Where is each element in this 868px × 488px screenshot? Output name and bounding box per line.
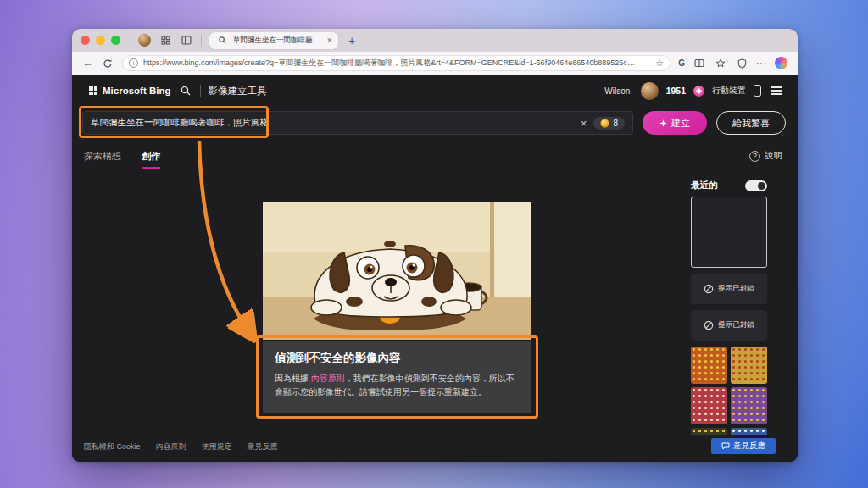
more-options-icon[interactable]: ··· [756, 58, 767, 68]
recent-thumbnail[interactable] [691, 387, 727, 424]
footer-link-content-policy[interactable]: 內容原則 [156, 441, 186, 452]
footer-link-feedback[interactable]: 意見反應 [248, 441, 278, 452]
url-field[interactable]: i https://www.bing.com/images/create?q=草… [122, 55, 670, 71]
warning-body: 因為根據 內容原則，我們在影像中偵測到不安全的內容，所以不會顯示您的影像世代。請… [275, 372, 520, 398]
warning-body-prefix: 因為根據 [275, 374, 311, 383]
tab-explore-ideas[interactable]: 探索構想 [84, 150, 121, 167]
window-controls [81, 36, 120, 45]
brand-text: Microsoft Bing [103, 86, 171, 96]
surprise-button-label: 給我驚喜 [732, 117, 770, 130]
vertical-tabs-icon[interactable] [180, 34, 193, 47]
prompt-input[interactable] [91, 118, 574, 128]
page-title: 影像建立工具 [209, 85, 267, 97]
mobile-link[interactable]: 行動裝置 [712, 85, 746, 97]
help-icon: ? [749, 151, 760, 162]
browser-address-bar: ← i https://www.bing.com/images/create?q… [72, 52, 798, 75]
blocked-label: 提示已封鎖 [718, 284, 754, 294]
desktop-background: 草間彌生坐在一間咖啡廳喝著咖... × + ← i https://www.bi… [0, 0, 868, 488]
browser-action-icons: G ··· [678, 57, 787, 70]
user-avatar[interactable] [641, 82, 659, 100]
header-right: -Wilson- 1951 行動裝置 [602, 82, 783, 100]
coin-icon [600, 119, 609, 128]
blocked-prompt-item[interactable]: 提示已封鎖 [691, 310, 767, 341]
url-text: https://www.bing.com/images/create?q=草間彌… [143, 58, 650, 69]
toggle-knob [758, 182, 765, 190]
unsafe-content-warning: 偵測到不安全的影像內容 因為根據 內容原則，我們在影像中偵測到不安全的內容，所以… [263, 341, 531, 413]
prompt-field[interactable]: × 8 [82, 111, 633, 135]
browser-profile-avatar[interactable] [138, 34, 151, 47]
recent-thumbnail[interactable] [691, 428, 727, 435]
coin-count: 8 [613, 119, 618, 128]
rewards-points[interactable]: 1951 [666, 86, 686, 96]
tab-close-icon[interactable]: × [327, 36, 332, 45]
content-policy-link[interactable]: 內容原則 [311, 374, 345, 383]
bookmark-star-icon[interactable]: ☆ [655, 58, 664, 68]
section-tabs: 探索構想 創作 ? 說明 [84, 150, 782, 169]
shield-icon[interactable] [735, 57, 748, 70]
user-name[interactable]: -Wilson- [602, 86, 633, 96]
create-button-label: 建立 [671, 117, 690, 130]
footer-link-terms[interactable]: 使用規定 [202, 441, 232, 452]
close-window-button[interactable] [81, 36, 90, 45]
blocked-icon [704, 320, 714, 330]
recent-thumbnail[interactable] [691, 347, 727, 384]
prompt-bar: × 8 建立 給我驚喜 [82, 111, 786, 135]
blocked-label: 提示已封鎖 [718, 320, 754, 330]
recent-thumbnail[interactable] [731, 347, 767, 384]
sparkle-icon [659, 119, 667, 127]
browser-window: 草間彌生坐在一間咖啡廳喝著咖... × + ← i https://www.bi… [72, 29, 798, 462]
recent-toggle[interactable] [745, 180, 767, 191]
new-tab-button[interactable]: + [346, 35, 358, 47]
dog-illustration [263, 202, 531, 340]
rewards-icon[interactable] [693, 86, 704, 97]
generated-image[interactable] [263, 202, 531, 340]
selected-creation-empty[interactable] [691, 197, 767, 268]
translate-icon[interactable]: G [678, 58, 685, 68]
surprise-me-button[interactable]: 給我驚喜 [716, 111, 786, 135]
minimize-window-button[interactable] [96, 36, 105, 45]
microsoft-logo-icon [89, 86, 97, 95]
footer-links: 隱私權和 Cookie 內容原則 使用規定 意見反應 [84, 441, 278, 452]
blocked-prompt-item[interactable]: 提示已封鎖 [691, 274, 767, 304]
help-link[interactable]: ? 說明 [749, 150, 782, 162]
warning-title: 偵測到不安全的影像內容 [275, 351, 520, 366]
split-screen-icon[interactable] [693, 57, 706, 70]
tab-grid-icon[interactable] [159, 34, 172, 47]
create-button[interactable]: 建立 [643, 111, 707, 135]
reload-icon[interactable] [101, 57, 114, 70]
recent-thumbnail[interactable] [731, 428, 767, 435]
recent-sidebar: 最近的 提示已封鎖 提示已封鎖 [691, 179, 767, 435]
site-info-icon[interactable]: i [129, 58, 138, 68]
footer-link-privacy[interactable]: 隱私權和 Cookie [84, 441, 141, 452]
bing-image-creator-page: Microsoft Bing 影像建立工具 -Wilson- 1951 行動裝置 [72, 75, 798, 462]
help-label: 說明 [765, 150, 782, 162]
feedback-button[interactable]: 意見反應 [711, 438, 776, 454]
feedback-button-label: 意見反應 [733, 441, 765, 452]
search-favicon-icon [215, 34, 229, 47]
recent-header: 最近的 [691, 179, 767, 192]
microsoft-bing-logo[interactable]: Microsoft Bing [89, 86, 171, 96]
recent-thumbnails [691, 347, 767, 435]
recent-thumbnail[interactable] [731, 387, 767, 424]
maximize-window-button[interactable] [111, 36, 120, 45]
tab-creations[interactable]: 創作 [142, 150, 160, 169]
header-search-icon[interactable] [179, 84, 192, 97]
back-icon[interactable]: ← [82, 58, 93, 69]
speech-bubble-icon [721, 442, 730, 450]
favorites-icon[interactable] [714, 57, 727, 70]
site-header: Microsoft Bing 影像建立工具 -Wilson- 1951 行動裝置 [72, 80, 798, 102]
header-divider [200, 85, 201, 97]
clear-input-icon[interactable]: × [581, 118, 587, 129]
browser-tab-active[interactable]: 草間彌生坐在一間咖啡廳喝著咖... × [209, 32, 338, 49]
tabbar-divider [201, 35, 202, 47]
hamburger-menu-icon[interactable] [769, 85, 783, 97]
copilot-icon[interactable] [775, 57, 787, 69]
boost-coin-badge[interactable]: 8 [593, 117, 625, 130]
browser-tab-strip: 草間彌生坐在一間咖啡廳喝著咖... × + [72, 29, 798, 52]
recent-label: 最近的 [691, 180, 718, 191]
phone-icon[interactable] [754, 85, 761, 97]
blocked-icon [704, 284, 714, 294]
tab-title: 草間彌生坐在一間咖啡廳喝著咖... [233, 36, 323, 46]
